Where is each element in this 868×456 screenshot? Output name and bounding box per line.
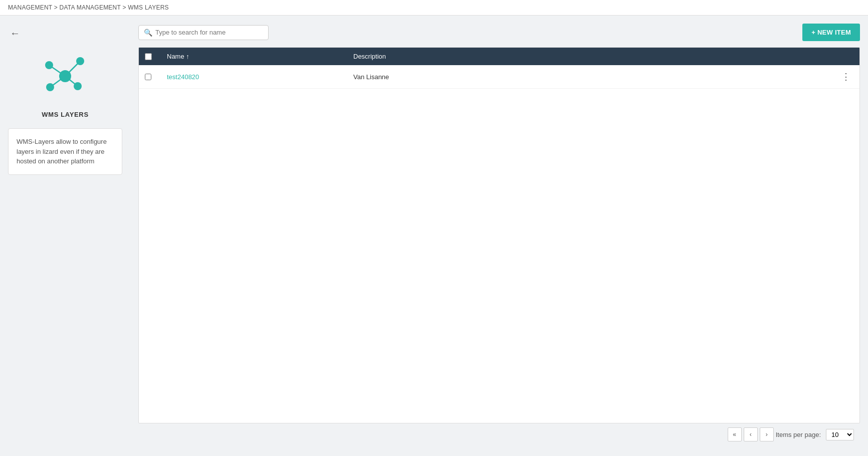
pagination-bar: « ‹ › Items per page: 10 25 50 100 bbox=[138, 423, 860, 445]
svg-line-6 bbox=[65, 61, 80, 76]
row-name-col: test240820 bbox=[163, 73, 353, 81]
row-checkbox[interactable] bbox=[145, 74, 151, 80]
new-item-button[interactable]: + NEW ITEM bbox=[802, 24, 860, 41]
content-area: 🔍 + NEW ITEM Name ↑ Description bbox=[130, 16, 868, 453]
search-box[interactable]: 🔍 bbox=[138, 25, 269, 40]
row-description-col: Van Lisanne bbox=[353, 73, 838, 81]
sidebar-title: WMS LAYERS bbox=[42, 111, 88, 118]
row-actions-button[interactable]: ⋮ bbox=[838, 70, 853, 83]
search-input[interactable] bbox=[155, 29, 263, 36]
info-box: WMS-Layers allow to configure layers in … bbox=[8, 128, 122, 175]
items-per-page-select[interactable]: 10 25 50 100 bbox=[826, 429, 854, 440]
table-body: test240820 Van Lisanne ⋮ bbox=[139, 65, 859, 423]
items-per-page-label: Items per page: bbox=[776, 431, 821, 438]
table-header: Name ↑ Description bbox=[139, 48, 859, 65]
sidebar: ← WMS LAYERS WMS-Layers a bbox=[0, 16, 130, 453]
back-button[interactable]: ← bbox=[8, 26, 22, 41]
column-name-header[interactable]: Name ↑ bbox=[163, 53, 353, 60]
svg-line-5 bbox=[49, 65, 65, 76]
row-name-link[interactable]: test240820 bbox=[167, 73, 199, 81]
pagination-first-button[interactable]: « bbox=[728, 427, 742, 441]
header-checkbox-col bbox=[145, 53, 163, 60]
data-table: Name ↑ Description test240820 Van Lisann… bbox=[138, 47, 860, 423]
table-row: test240820 Van Lisanne ⋮ bbox=[139, 65, 859, 89]
select-all-checkbox[interactable] bbox=[145, 53, 152, 60]
pagination-next-button[interactable]: › bbox=[760, 427, 774, 441]
column-description-header: Description bbox=[353, 53, 853, 60]
breadcrumb: MANAGEMENT > DATA MANAGEMENT > WMS LAYER… bbox=[0, 0, 868, 16]
pagination-prev-button[interactable]: ‹ bbox=[744, 427, 758, 441]
row-checkbox-col bbox=[145, 74, 163, 80]
search-icon: 🔍 bbox=[144, 29, 152, 37]
wms-icon bbox=[40, 51, 90, 103]
content-header: 🔍 + NEW ITEM bbox=[138, 24, 860, 41]
